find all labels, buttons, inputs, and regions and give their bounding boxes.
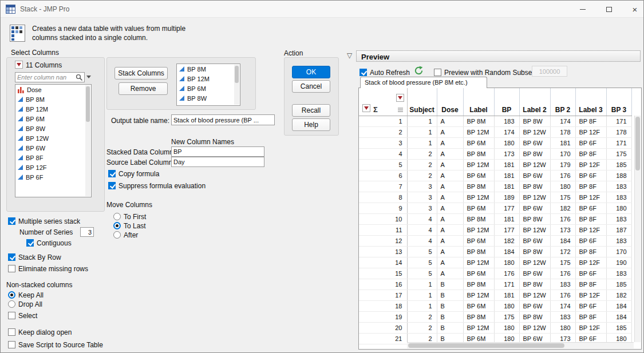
columns-panel-red-triangle-icon[interactable] [396,94,404,102]
table-cell[interactable]: B [437,289,463,300]
table-cell[interactable]: 2 [407,322,437,333]
row-number[interactable]: 1 [359,116,407,126]
after-radio[interactable] [113,231,121,239]
sigma-icon[interactable]: Σ [373,105,378,114]
table-cell[interactable]: BP 6F [575,170,606,181]
refresh-icon[interactable] [414,66,424,76]
table-cell[interactable]: A [437,170,463,181]
table-cell[interactable]: BP 6M [463,170,494,181]
table-cell[interactable]: BP 12F [575,126,606,137]
table-cell[interactable]: B [437,279,463,289]
table-cell[interactable]: A [437,213,463,224]
table-cell[interactable]: BP 12M [463,224,494,235]
table-cell[interactable]: 178 [550,126,575,137]
table-cell[interactable]: 181 [494,289,519,300]
table-cell[interactable]: 177 [494,224,519,235]
table-cell[interactable]: 176 [550,268,575,279]
row-number[interactable]: 7 [359,181,407,192]
table-cell[interactable]: 3 [407,192,437,203]
table-cell[interactable]: 3 [407,181,437,192]
table-cell[interactable]: A [437,137,463,148]
table-cell[interactable]: BP 12M [463,257,494,268]
table-cell[interactable]: B [437,311,463,322]
table-cell[interactable]: BP 8W [519,148,550,159]
table-cell[interactable]: 183 [550,311,575,322]
table-cell[interactable]: 4 [407,235,437,246]
table-cell[interactable]: 180 [550,322,575,333]
row-number[interactable]: 6 [359,170,407,181]
remove-button[interactable]: Remove [118,82,168,95]
row-number[interactable]: 9 [359,203,407,213]
column-header[interactable]: BP [494,88,519,116]
table-cell[interactable]: 183 [494,116,519,126]
row-number[interactable]: 20 [359,322,407,333]
table-cell[interactable]: 1 [407,116,437,126]
column-list-scrollbar-thumb[interactable] [86,86,90,122]
table-cell[interactable]: BP 6M [463,268,494,279]
horizontal-scrollbar[interactable] [407,342,634,348]
table-cell[interactable]: BP 6W [519,203,550,213]
table-cell[interactable]: 181 [494,181,519,192]
table-cell[interactable]: A [437,148,463,159]
table-cell[interactable]: 180 [494,257,519,268]
table-cell[interactable]: BP 12W [519,289,550,300]
column-item[interactable]: BP 12W [15,133,91,143]
column-item[interactable]: Dose [15,85,91,94]
table-cell[interactable]: 173 [550,224,575,235]
table-cell[interactable]: 177 [494,203,519,213]
table-cell[interactable]: A [437,246,463,257]
table-cell[interactable]: 1 [407,279,437,289]
suppress-formula-checkbox[interactable] [108,182,116,189]
table-cell[interactable]: 171 [606,116,631,126]
table-cell[interactable]: 184 [606,311,631,322]
table-cell[interactable]: 4 [407,224,437,235]
table-cell[interactable]: 180 [494,137,519,148]
preview-header-bar[interactable]: Preview [356,50,641,62]
copy-formula-checkbox[interactable] [108,170,116,177]
table-cell[interactable]: 184 [550,235,575,246]
vertical-scrollbar[interactable] [634,116,641,342]
table-cell[interactable]: 175 [494,311,519,322]
column-item[interactable]: BP 6M [15,114,91,124]
table-cell[interactable]: 176 [494,268,519,279]
row-number[interactable]: 4 [359,148,407,159]
table-cell[interactable]: 185 [606,322,631,333]
table-cell[interactable]: BP 12W [519,159,550,170]
select-checkbox[interactable] [8,312,15,319]
table-cell[interactable]: A [437,257,463,268]
table-cell[interactable]: 180 [494,300,519,311]
keep-all-radio[interactable] [8,291,15,299]
table-cell[interactable]: 182 [550,203,575,213]
table-cell[interactable]: A [437,181,463,192]
stacked-data-column-input[interactable] [171,146,264,157]
table-cell[interactable]: 5 [407,268,437,279]
table-cell[interactable]: 183 [606,235,631,246]
columns-red-triangle-icon[interactable] [15,61,23,69]
table-cell[interactable]: B [437,300,463,311]
table-cell[interactable]: 4 [407,213,437,224]
table-cell[interactable]: BP 12W [519,126,550,137]
stacked-list-scrollbar-thumb[interactable] [235,66,239,83]
table-cell[interactable]: 183 [550,279,575,289]
table-cell[interactable]: 181 [550,137,575,148]
table-cell[interactable]: 180 [550,181,575,192]
close-button[interactable]: × [625,1,644,18]
table-cell[interactable]: BP 6F [575,137,606,148]
table-cell[interactable]: BP 6F [575,235,606,246]
table-cell[interactable]: BP 8M [463,181,494,192]
table-cell[interactable]: 178 [606,126,631,137]
table-cell[interactable]: 2 [407,311,437,322]
table-cell[interactable]: BP 8M [463,116,494,126]
table-cell[interactable]: BP 12M [463,322,494,333]
table-cell[interactable]: BP 8M [463,279,494,289]
table-cell[interactable]: BP 12F [575,289,606,300]
table-cell[interactable]: BP 12W [519,322,550,333]
random-subset-checkbox[interactable] [434,69,441,76]
table-cell[interactable]: BP 12M [463,126,494,137]
table-cell[interactable]: BP 8M [463,311,494,322]
table-cell[interactable]: 183 [606,181,631,192]
column-item[interactable]: BP 8M [15,94,91,104]
table-cell[interactable]: 183 [606,192,631,203]
column-item[interactable]: BP 12F [15,162,91,172]
column-header[interactable]: BP 3 [606,88,631,116]
